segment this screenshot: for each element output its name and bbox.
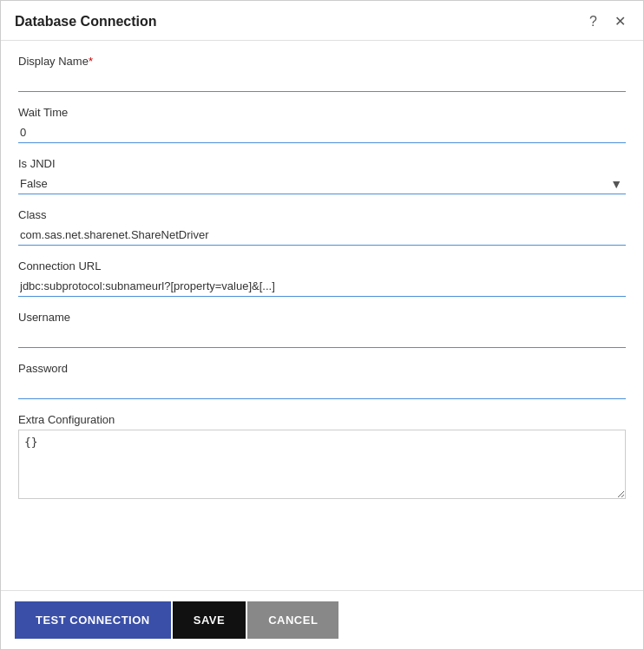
- dialog-body: Display Name* Wait Time Is JNDI False Tr…: [1, 41, 643, 590]
- display-name-label: Display Name*: [18, 55, 626, 68]
- connection-url-label: Connection URL: [18, 259, 626, 272]
- password-label: Password: [18, 362, 626, 375]
- is-jndi-select[interactable]: False True: [18, 174, 626, 194]
- save-button[interactable]: SAVE: [173, 601, 246, 639]
- is-jndi-group: Is JNDI False True ▼: [18, 157, 626, 194]
- wait-time-input[interactable]: [18, 122, 626, 143]
- password-group: Password: [18, 362, 626, 399]
- display-name-input[interactable]: [18, 71, 626, 92]
- extra-configuration-group: Extra Configuration {}: [18, 413, 626, 502]
- wait-time-label: Wait Time: [18, 106, 626, 119]
- username-label: Username: [18, 311, 626, 324]
- display-name-group: Display Name*: [18, 55, 626, 92]
- cancel-button[interactable]: CANCEL: [247, 601, 338, 639]
- test-connection-button[interactable]: TEST CONNECTION: [15, 601, 171, 639]
- is-jndi-select-wrapper: False True ▼: [18, 174, 626, 194]
- username-input[interactable]: [18, 327, 626, 348]
- class-input[interactable]: [18, 225, 626, 246]
- username-group: Username: [18, 311, 626, 348]
- help-button[interactable]: ?: [586, 12, 601, 31]
- is-jndi-label: Is JNDI: [18, 157, 626, 170]
- wait-time-group: Wait Time: [18, 106, 626, 143]
- dialog-title: Database Connection: [15, 14, 157, 30]
- extra-configuration-textarea[interactable]: {}: [18, 430, 626, 499]
- class-group: Class: [18, 208, 626, 246]
- password-input[interactable]: [18, 378, 626, 399]
- extra-configuration-label: Extra Configuration: [18, 413, 626, 426]
- close-button[interactable]: ✕: [611, 11, 629, 31]
- database-connection-dialog: Database Connection ? ✕ Display Name* Wa…: [0, 0, 644, 650]
- class-label: Class: [18, 208, 626, 221]
- connection-url-group: Connection URL: [18, 259, 626, 297]
- header-icons: ? ✕: [586, 11, 629, 31]
- dialog-footer: TEST CONNECTION SAVE CANCEL: [1, 590, 643, 649]
- connection-url-input[interactable]: [18, 276, 626, 297]
- dialog-header: Database Connection ? ✕: [1, 1, 643, 41]
